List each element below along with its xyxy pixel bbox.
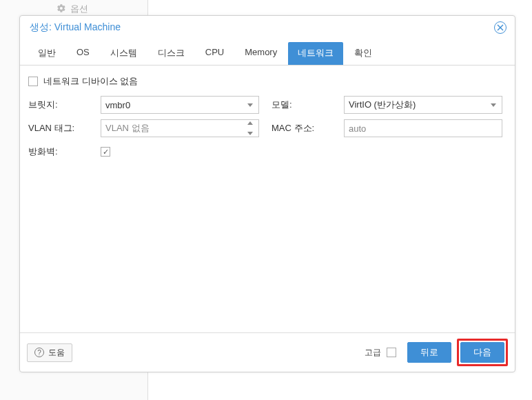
vlan-input[interactable]: VLAN 없음 <box>101 119 259 137</box>
help-label: 도움 <box>48 347 65 359</box>
bridge-value: vmbr0 <box>105 100 130 110</box>
gear-icon <box>57 3 66 15</box>
firewall-label: 방화벽: <box>28 146 101 158</box>
dialog-title: 생성: Virtual Machine <box>30 21 121 34</box>
next-button-highlight: 다음 <box>457 339 508 366</box>
dialog-titlebar: 생성: Virtual Machine <box>20 16 515 38</box>
tab-disk[interactable]: 디스크 <box>148 42 194 65</box>
tab-cpu[interactable]: CPU <box>196 42 234 65</box>
bridge-label: 브릿지: <box>28 99 101 111</box>
bridge-select[interactable]: vmbr0 <box>101 96 259 114</box>
firewall-checkbox[interactable] <box>101 147 110 157</box>
tab-confirm[interactable]: 확인 <box>345 42 382 65</box>
vlan-value: VLAN 없음 <box>105 122 150 134</box>
mac-placeholder: auto <box>349 123 366 134</box>
tab-network[interactable]: 네트워크 <box>288 42 343 65</box>
model-value: VirtIO (반가상화) <box>349 99 416 111</box>
no-network-label: 네트워크 디바이스 없음 <box>43 75 138 88</box>
mac-input[interactable]: auto <box>344 119 502 137</box>
bg-option-label: 옵션 <box>70 3 88 15</box>
mac-label: MAC 주소: <box>272 122 344 134</box>
close-icon[interactable] <box>494 21 507 34</box>
no-network-checkbox[interactable] <box>28 77 38 86</box>
help-icon: ? <box>34 348 44 357</box>
model-label: 모델: <box>272 99 344 111</box>
back-button[interactable]: 뒤로 <box>407 342 451 363</box>
advanced-checkbox[interactable] <box>387 348 396 357</box>
tab-os[interactable]: OS <box>67 42 99 65</box>
tab-system[interactable]: 시스템 <box>101 42 147 65</box>
tab-general[interactable]: 일반 <box>28 42 65 65</box>
create-vm-dialog: 생성: Virtual Machine 일반 OS 시스템 디스크 CPU Me… <box>19 15 515 372</box>
model-select[interactable]: VirtIO (반가상화) <box>344 96 502 114</box>
network-panel: 네트워크 디바이스 없음 브릿지: vmbr0 모델: VirtIO (반가상화… <box>20 66 515 332</box>
next-button[interactable]: 다음 <box>460 342 504 363</box>
vlan-spinner-icon[interactable] <box>247 121 256 135</box>
tab-memory[interactable]: Memory <box>235 42 287 65</box>
help-button[interactable]: ? 도움 <box>27 343 72 362</box>
vlan-label: VLAN 태그: <box>28 122 101 134</box>
dialog-footer: ? 도움 고급 뒤로 다음 <box>20 332 515 372</box>
wizard-tabbar: 일반 OS 시스템 디스크 CPU Memory 네트워크 확인 <box>20 38 515 66</box>
advanced-label: 고급 <box>365 347 381 359</box>
